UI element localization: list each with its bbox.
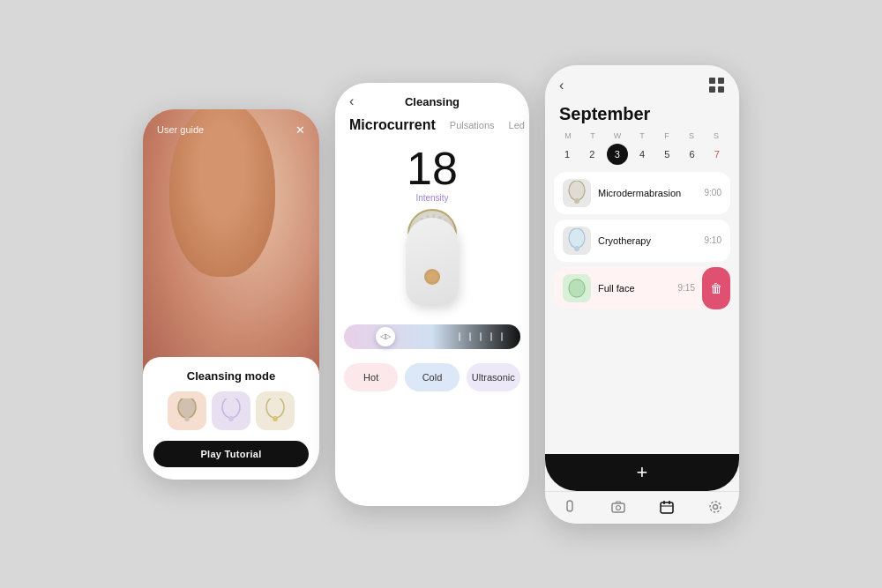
svg-rect-3 — [228, 416, 234, 421]
wd-s2: S — [704, 131, 729, 140]
option-ultrasonic[interactable]: Ultrasonic — [467, 363, 520, 391]
tab-pulsations[interactable]: Pulsations — [450, 120, 495, 130]
close-icon[interactable]: ✕ — [295, 123, 305, 137]
back-button-3[interactable]: ‹ — [559, 78, 564, 93]
tab-microcurrent[interactable]: Microcurrent — [349, 117, 436, 133]
face-image: User guide ✕ — [143, 109, 319, 374]
item-time-microdermabrasion: 9:00 — [705, 188, 721, 197]
intensity-display: 18 Intensity — [335, 140, 529, 205]
phone3-header: ‹ — [545, 65, 739, 99]
cleansing-modes-list — [153, 391, 309, 430]
day-4[interactable]: 4 — [632, 144, 653, 165]
svg-point-0 — [178, 398, 196, 418]
svg-point-2 — [222, 398, 240, 418]
item-time-cryotherapy: 9:10 — [705, 235, 721, 245]
tick-1 — [459, 332, 460, 341]
schedule-list: Microdermabrasion 9:00 Cryotherapy 9:10 … — [545, 172, 739, 313]
item-name-microdermabrasion: Microdermabrasion — [598, 188, 698, 198]
device-image — [335, 205, 529, 319]
svg-point-19 — [713, 504, 717, 509]
day-7[interactable]: 7 — [706, 144, 728, 165]
svg-rect-12 — [567, 501, 572, 511]
cleansing-mode-card: Cleansing mode Play Tutorial — [143, 357, 319, 480]
option-cold[interactable]: Cold — [405, 363, 459, 391]
month-label: September — [545, 99, 739, 131]
calendar-days: 1 2 3 4 5 6 7 — [545, 144, 739, 165]
wd-t: T — [580, 131, 605, 140]
svg-rect-9 — [574, 246, 579, 251]
svg-rect-7 — [574, 198, 579, 204]
weekday-headers: M T W T F S S — [545, 131, 739, 140]
phone-user-guide: User guide ✕ Cleansing mode Play Tutoria… — [143, 109, 319, 480]
grid-dot-3 — [709, 86, 715, 93]
schedule-item-fullface[interactable]: Full face 9:15 🗑 — [554, 267, 730, 309]
phone2-header: ‹ Cleansing — [335, 83, 529, 114]
wd-f: F — [654, 131, 679, 140]
mode-item-1[interactable] — [168, 391, 206, 430]
tick-3 — [480, 332, 482, 341]
schedule-item-cryotherapy[interactable]: Cryotherapy 9:10 — [554, 220, 730, 262]
intensity-value: 18 — [335, 145, 529, 191]
tick-5 — [501, 332, 503, 341]
grid-dot-1 — [709, 78, 715, 84]
schedule-item-microdermabrasion[interactable]: Microdermabrasion 9:00 — [554, 172, 730, 214]
phone-calendar: ‹ September M T W T F S S 1 2 3 4 5 6 7 … — [545, 65, 739, 524]
wd-t2: T — [630, 131, 654, 140]
slider-ticks — [459, 332, 503, 341]
intensity-label: Intensity — [335, 193, 529, 203]
grid-icon[interactable] — [709, 78, 725, 93]
mode-item-3[interactable] — [256, 391, 295, 430]
svg-point-4 — [266, 398, 284, 418]
wd-m: M — [556, 131, 580, 140]
phone2-title: Cleansing — [405, 95, 460, 108]
day-2[interactable]: 2 — [581, 144, 602, 165]
tab-led[interactable]: Led — [509, 120, 525, 130]
svg-rect-5 — [273, 416, 278, 421]
grid-dot-2 — [718, 78, 724, 84]
wd-w: W — [605, 131, 630, 140]
phone2-tabs: Microcurrent Pulsations Led — [335, 114, 529, 140]
svg-rect-13 — [612, 503, 624, 512]
tick-4 — [490, 332, 492, 341]
day-5[interactable]: 5 — [656, 144, 677, 165]
item-time-fullface: 9:15 — [678, 283, 695, 293]
play-tutorial-button[interactable]: Play Tutorial — [153, 441, 309, 467]
cleansing-mode-title: Cleansing mode — [153, 369, 309, 383]
item-icon-microdermabrasion — [563, 179, 591, 207]
svg-rect-1 — [184, 416, 190, 421]
nav-settings-icon[interactable] — [707, 499, 723, 518]
option-hot[interactable]: Hot — [344, 363, 398, 391]
phone1-header: User guide ✕ — [143, 123, 319, 137]
add-bar: + — [545, 454, 739, 491]
day-6[interactable]: 6 — [682, 144, 703, 165]
svg-point-8 — [569, 228, 585, 248]
temperature-options: Hot Cold Ultrasonic — [335, 354, 529, 400]
grid-dot-4 — [718, 86, 724, 93]
phone-cleansing: ‹ Cleansing Microcurrent Pulsations Led … — [335, 83, 529, 506]
nav-camera-icon[interactable] — [610, 499, 626, 518]
svg-rect-15 — [661, 502, 673, 513]
device-button — [424, 269, 440, 285]
item-name-cryotherapy: Cryotherapy — [598, 235, 698, 246]
day-1[interactable]: 1 — [557, 144, 578, 165]
mode-item-2[interactable] — [212, 391, 250, 430]
tick-2 — [469, 332, 471, 341]
bottom-nav — [545, 491, 739, 524]
item-name-fullface: Full face — [598, 283, 671, 294]
device-shape — [401, 209, 463, 315]
wd-s: S — [679, 131, 704, 140]
device-body — [406, 218, 459, 306]
add-button[interactable]: + — [554, 463, 730, 482]
slider-thumb[interactable]: ◁▷ — [376, 327, 395, 346]
back-button[interactable]: ‹ — [349, 93, 354, 109]
intensity-slider[interactable]: ◁▷ — [344, 324, 520, 349]
nav-calendar-icon[interactable] — [659, 499, 675, 518]
user-guide-label: User guide — [157, 124, 204, 135]
day-3[interactable]: 3 — [607, 144, 628, 165]
item-icon-cryotherapy — [563, 227, 591, 255]
item-icon-fullface — [563, 274, 591, 302]
delete-button[interactable]: 🗑 — [702, 267, 730, 309]
svg-point-6 — [569, 181, 585, 200]
nav-device-icon[interactable] — [562, 499, 578, 518]
svg-point-20 — [710, 502, 721, 512]
